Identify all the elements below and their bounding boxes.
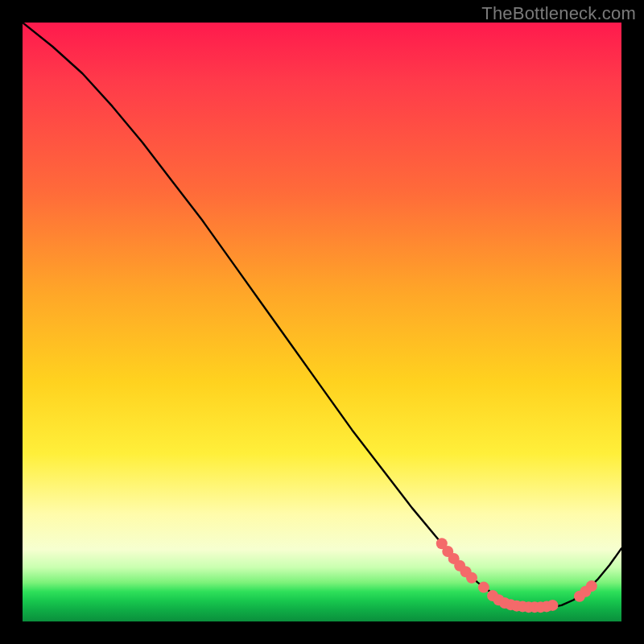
chart-stage: TheBottleneck.com	[0, 0, 644, 644]
plot-area	[23, 23, 621, 621]
marker-dot	[478, 582, 489, 593]
marker-dot	[466, 572, 477, 584]
chart-overlay	[23, 23, 621, 621]
highlight-markers	[436, 538, 597, 613]
curve-path	[23, 23, 621, 608]
marker-dot	[547, 600, 558, 611]
attribution-text: TheBottleneck.com	[481, 3, 636, 24]
marker-dot	[586, 580, 597, 592]
curve-line	[23, 23, 621, 608]
